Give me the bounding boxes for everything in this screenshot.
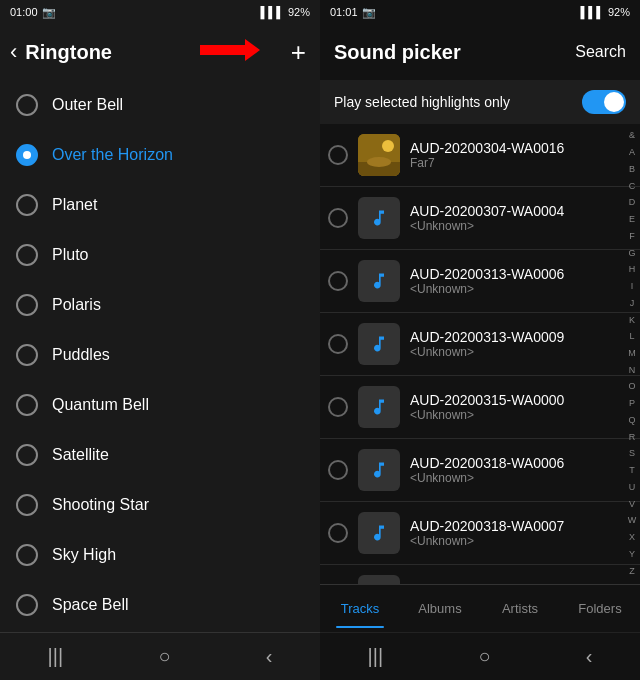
alpha-E[interactable]: E: [629, 215, 635, 225]
right-home-icon[interactable]: ○: [478, 645, 490, 668]
alpha-M[interactable]: M: [628, 349, 636, 359]
sound-radio-aud-3: [328, 271, 348, 291]
right-bottom-nav: ||| ○ ‹: [320, 632, 640, 680]
sound-thumb-aud-4: [358, 323, 400, 365]
back-button[interactable]: ‹: [10, 39, 17, 65]
sound-info-aud-8: AUD-20200322-WA0002<Unknown>: [410, 581, 632, 584]
toggle-knob: [604, 92, 624, 112]
sound-item-aud-5[interactable]: AUD-20200315-WA0000<Unknown>: [320, 376, 640, 439]
ringtone-item-space-bell[interactable]: Space Bell: [0, 580, 320, 630]
alpha-A[interactable]: A: [629, 148, 635, 158]
svg-point-4: [382, 140, 394, 152]
left-menu-icon[interactable]: |||: [48, 645, 64, 668]
highlights-toggle[interactable]: [582, 90, 626, 114]
alpha-G[interactable]: G: [628, 249, 635, 259]
sound-item-aud-2[interactable]: AUD-20200307-WA0004<Unknown>: [320, 187, 640, 250]
left-camera-icon: 📷: [42, 6, 56, 19]
highlights-label: Play selected highlights only: [334, 94, 510, 110]
sound-radio-aud-7: [328, 523, 348, 543]
add-button[interactable]: +: [291, 37, 306, 68]
ringtone-name-polaris: Polaris: [52, 296, 101, 314]
sound-thumb-aud-3: [358, 260, 400, 302]
alpha-O[interactable]: O: [628, 382, 635, 392]
sound-sub-aud-4: <Unknown>: [410, 345, 632, 359]
alpha-N[interactable]: N: [629, 366, 636, 376]
alpha-R[interactable]: R: [629, 433, 636, 443]
alpha-T[interactable]: T: [629, 466, 635, 476]
ringtone-list: Outer BellOver the HorizonPlanetPlutoPol…: [0, 80, 320, 632]
alpha-P[interactable]: P: [629, 399, 635, 409]
alpha-V[interactable]: V: [629, 500, 635, 510]
sound-radio-aud-1: [328, 145, 348, 165]
sound-info-aud-3: AUD-20200313-WA0006<Unknown>: [410, 266, 632, 296]
alpha-F[interactable]: F: [629, 232, 635, 242]
sound-list: AUD-20200304-WA0016Far7AUD-20200307-WA00…: [320, 124, 640, 584]
right-menu-icon[interactable]: |||: [368, 645, 384, 668]
radio-planet: [16, 194, 38, 216]
sound-item-aud-3[interactable]: AUD-20200313-WA0006<Unknown>: [320, 250, 640, 313]
ringtone-item-satellite[interactable]: Satellite: [0, 430, 320, 480]
alpha-J[interactable]: J: [630, 299, 635, 309]
left-battery: 92%: [288, 6, 310, 18]
sound-sub-aud-3: <Unknown>: [410, 282, 632, 296]
radio-polaris: [16, 294, 38, 316]
radio-sky-high: [16, 544, 38, 566]
alpha-L[interactable]: L: [629, 332, 634, 342]
alpha-S[interactable]: S: [629, 449, 635, 459]
sound-item-aud-4[interactable]: AUD-20200313-WA0009<Unknown>: [320, 313, 640, 376]
radio-over-horizon: [16, 144, 38, 166]
ringtone-item-puddles[interactable]: Puddles: [0, 330, 320, 380]
alpha-W[interactable]: W: [628, 516, 637, 526]
ringtone-item-sky-high[interactable]: Sky High: [0, 530, 320, 580]
ringtone-name-sky-high: Sky High: [52, 546, 116, 564]
left-home-icon[interactable]: ○: [158, 645, 170, 668]
alpha-K[interactable]: K: [629, 316, 635, 326]
alpha-Y[interactable]: Y: [629, 550, 635, 560]
sound-thumb-aud-7: [358, 512, 400, 554]
left-back-icon[interactable]: ‹: [266, 645, 273, 668]
alpha-D[interactable]: D: [629, 198, 636, 208]
ringtone-item-pluto[interactable]: Pluto: [0, 230, 320, 280]
radio-puddles: [16, 344, 38, 366]
alpha-X[interactable]: X: [629, 533, 635, 543]
ringtone-item-planet[interactable]: Planet: [0, 180, 320, 230]
alpha-U[interactable]: U: [629, 483, 636, 493]
sound-item-aud-1[interactable]: AUD-20200304-WA0016Far7: [320, 124, 640, 187]
ringtone-item-quantum-bell[interactable]: Quantum Bell: [0, 380, 320, 430]
sound-sub-aud-1: Far7: [410, 156, 632, 170]
sound-item-aud-7[interactable]: AUD-20200318-WA0007<Unknown>: [320, 502, 640, 565]
tab-artists[interactable]: Artists: [480, 585, 560, 632]
right-status-left: 01:01 📷: [330, 6, 376, 19]
radio-shooting-star: [16, 494, 38, 516]
sound-info-aud-2: AUD-20200307-WA0004<Unknown>: [410, 203, 632, 233]
alpha-Q[interactable]: Q: [628, 416, 635, 426]
tab-tracks[interactable]: Tracks: [320, 585, 400, 632]
ringtone-item-shooting-star[interactable]: Shooting Star: [0, 480, 320, 530]
left-panel: 01:00 📷 ▌▌▌ 92% ‹ Ringtone + Outer BellO…: [0, 0, 320, 680]
ringtone-item-outer-bell[interactable]: Outer Bell: [0, 80, 320, 130]
ringtone-item-polaris[interactable]: Polaris: [0, 280, 320, 330]
tab-folders[interactable]: Folders: [560, 585, 640, 632]
ringtone-name-outer-bell: Outer Bell: [52, 96, 123, 114]
ringtone-name-shooting-star: Shooting Star: [52, 496, 149, 514]
tab-albums[interactable]: Albums: [400, 585, 480, 632]
search-button[interactable]: Search: [575, 43, 626, 61]
right-panel: 01:01 📷 ▌▌▌ 92% Sound picker Search Play…: [320, 0, 640, 680]
right-back-icon[interactable]: ‹: [586, 645, 593, 668]
sound-thumb-aud-1: [358, 134, 400, 176]
alpha-C[interactable]: C: [629, 182, 636, 192]
ringtone-name-over-horizon: Over the Horizon: [52, 146, 173, 164]
ringtone-name-space-bell: Space Bell: [52, 596, 129, 614]
sound-thumb-aud-8: [358, 575, 400, 584]
sound-item-aud-6[interactable]: AUD-20200318-WA0006<Unknown>: [320, 439, 640, 502]
alpha-&[interactable]: &: [629, 131, 635, 141]
right-status-bar: 01:01 📷 ▌▌▌ 92%: [320, 0, 640, 24]
alpha-I[interactable]: I: [631, 282, 634, 292]
sound-name-aud-7: AUD-20200318-WA0007: [410, 518, 632, 534]
alpha-B[interactable]: B: [629, 165, 635, 175]
alpha-H[interactable]: H: [629, 265, 636, 275]
sound-item-aud-8[interactable]: AUD-20200322-WA0002<Unknown>: [320, 565, 640, 584]
left-header-title: Ringtone: [25, 41, 310, 64]
alpha-Z[interactable]: Z: [629, 567, 635, 577]
ringtone-item-over-horizon[interactable]: Over the Horizon: [0, 130, 320, 180]
